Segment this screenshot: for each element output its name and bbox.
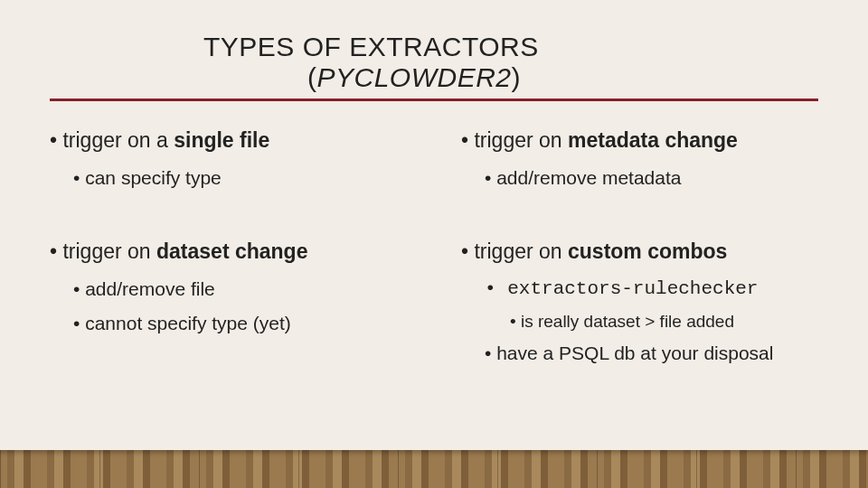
right-item-b-sub2: have a PSQL db at your disposal — [485, 343, 818, 364]
left-item-b-sub1: add/remove file — [73, 278, 407, 300]
slide: TYPES OF EXTRACTORS (PYCLOWDER2) trigger… — [0, 0, 868, 488]
right-item-b-sub1: extractors-rulechecker — [485, 278, 818, 299]
title-line1: TYPES OF EXTRACTORS — [203, 32, 818, 62]
left-column: trigger on a single file can specify typ… — [50, 121, 407, 377]
right-item-a-sub1: add/remove metadata — [485, 167, 818, 189]
right-item-b-sub1-sub: is really dataset > file added — [510, 312, 818, 332]
left-b-pre: trigger on — [62, 239, 156, 263]
right-a-bold: metadata change — [568, 128, 738, 152]
right-item-a: trigger on metadata change — [461, 128, 818, 153]
spacer — [461, 202, 818, 232]
content-columns: trigger on a single file can specify typ… — [50, 121, 818, 377]
right-column: trigger on metadata change add/remove me… — [461, 121, 818, 377]
spacer — [50, 202, 407, 232]
title-subtitle: PYCLOWDER2 — [317, 62, 512, 92]
floor-decoration — [0, 450, 868, 488]
right-item-b: trigger on custom combos — [461, 239, 818, 264]
right-a-pre: trigger on — [474, 128, 568, 152]
title-line2: (PYCLOWDER2) — [307, 62, 818, 93]
left-item-a-sub1: can specify type — [73, 167, 407, 189]
left-item-a: trigger on a single file — [50, 128, 407, 153]
divider — [50, 99, 818, 101]
right-b-bold: custom combos — [568, 239, 727, 263]
left-item-b: trigger on dataset change — [50, 239, 407, 264]
right-b-pre: trigger on — [474, 239, 568, 263]
left-b-bold: dataset change — [156, 239, 307, 263]
left-a-pre: trigger on a — [62, 128, 174, 152]
left-item-b-sub2: cannot specify type (yet) — [73, 313, 407, 334]
left-a-bold: single file — [174, 128, 269, 152]
title-block: TYPES OF EXTRACTORS (PYCLOWDER2) — [203, 32, 818, 93]
